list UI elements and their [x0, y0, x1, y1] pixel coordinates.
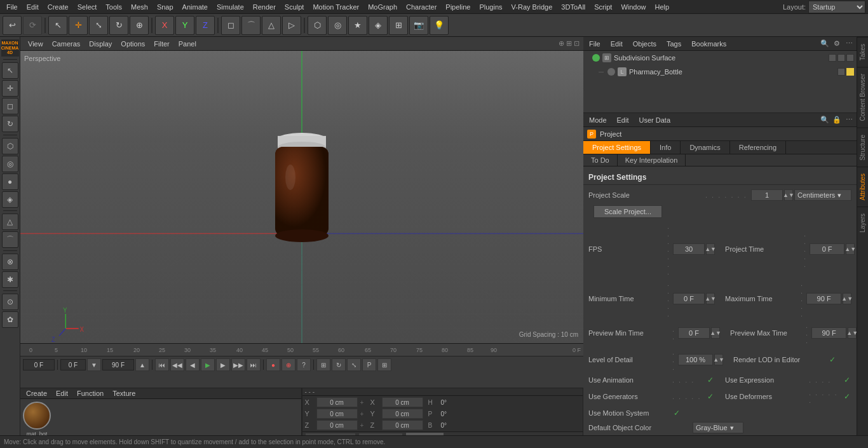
project-time-input[interactable]: [810, 243, 844, 255]
settings-content[interactable]: Project Settings Project Scale . . . . .…: [583, 166, 857, 435]
subtab-todo[interactable]: To Do: [583, 154, 618, 166]
panel-btn[interactable]: Panel: [175, 39, 200, 49]
vp-icon-1[interactable]: ⊕: [559, 39, 564, 48]
menu-character[interactable]: Character: [402, 2, 440, 12]
viewport-persp-btn[interactable]: ⬡: [308, 16, 327, 35]
menu-file[interactable]: File: [3, 2, 22, 12]
next-frame-btn[interactable]: ▶: [216, 358, 230, 371]
display-btn[interactable]: Display: [85, 39, 116, 49]
preview-min-input[interactable]: [678, 327, 710, 339]
tool-1[interactable]: ↖: [2, 62, 18, 79]
lod-spin[interactable]: ▲▼: [714, 354, 723, 365]
obj-vis-3[interactable]: [846, 54, 854, 62]
menu-create[interactable]: Create: [44, 2, 72, 12]
obj-vis-1[interactable]: [829, 54, 836, 62]
scale-tool[interactable]: ⤡: [89, 16, 108, 35]
menu-render[interactable]: Render: [249, 2, 280, 12]
tab-layers[interactable]: Layers: [857, 207, 868, 239]
options-btn[interactable]: Options: [117, 39, 149, 49]
mat-edit-btn[interactable]: Edit: [53, 388, 71, 398]
goto-start-btn[interactable]: ⏮: [155, 358, 169, 371]
tab-referencing[interactable]: Referencing: [730, 141, 786, 154]
obj-more-icon[interactable]: ⋯: [844, 39, 854, 49]
use-animation-checkbox[interactable]: ✓: [706, 376, 715, 384]
x-rot-input[interactable]: [382, 397, 423, 407]
project-scale-input[interactable]: [751, 189, 783, 201]
fps-spin[interactable]: ▲▼: [706, 243, 715, 255]
material-item-mat-bot[interactable]: mat_bot: [23, 402, 51, 435]
obj-edit-btn[interactable]: Edit: [607, 39, 626, 49]
unit-dropdown[interactable]: Centimeters ▾: [794, 189, 851, 201]
z-pos-input[interactable]: [316, 420, 358, 430]
timeline-options-btn[interactable]: ⊞: [377, 358, 391, 371]
tool-12[interactable]: ✱: [2, 271, 18, 288]
mode-btn[interactable]: Mode: [586, 115, 610, 125]
tab-info[interactable]: Info: [651, 141, 681, 154]
attr-lock-icon[interactable]: 🔒: [832, 115, 842, 125]
move-tool[interactable]: ✛: [69, 16, 88, 35]
z-rot-input[interactable]: [382, 420, 423, 430]
rotate-tool[interactable]: ↻: [109, 16, 128, 35]
y-rot-input[interactable]: [382, 409, 423, 419]
y-axis-btn[interactable]: Y: [175, 16, 194, 35]
menu-animate[interactable]: Animate: [179, 2, 212, 12]
tool-11[interactable]: ⊗: [2, 254, 18, 270]
tool-3[interactable]: ◻: [2, 98, 18, 114]
viewport-render-btn[interactable]: 📷: [409, 16, 428, 35]
play-btn[interactable]: ▶: [201, 358, 215, 371]
tab-content-browser[interactable]: Content Browser: [857, 67, 868, 127]
timeline-ruler[interactable]: 0 5 10 15 20 25 30 35 40 45 50 55 60 65 …: [20, 344, 583, 356]
obj-settings-icon[interactable]: ⚙: [832, 39, 842, 49]
use-generators-checkbox[interactable]: ✓: [706, 392, 715, 401]
menu-vray[interactable]: V-Ray Bridge: [508, 2, 557, 12]
spin-up-end[interactable]: ▲: [135, 358, 149, 371]
project-scale-spin[interactable]: ▲▼: [784, 189, 793, 201]
goto-end-btn[interactable]: ⏭: [247, 358, 261, 371]
menu-snap[interactable]: Snap: [153, 2, 177, 12]
vp-icon-2[interactable]: ⊞: [566, 39, 572, 48]
current-time-field[interactable]: [23, 359, 55, 370]
menu-mesh[interactable]: Mesh: [127, 2, 152, 12]
viewport-cam-btn[interactable]: ◎: [328, 16, 347, 35]
min-time-input[interactable]: [673, 293, 705, 304]
x-pos-input[interactable]: [316, 397, 358, 407]
menu-edit[interactable]: Edit: [23, 2, 43, 12]
viewport-light-btn[interactable]: ★: [348, 16, 367, 35]
undo-button[interactable]: ↩: [3, 16, 22, 35]
obj-bookmarks-btn[interactable]: Bookmarks: [688, 39, 729, 49]
subtab-key-interpolation[interactable]: Key Interpolation: [618, 154, 686, 166]
z-axis-btn[interactable]: Z: [196, 16, 215, 35]
key-mode-btn[interactable]: ⊞: [316, 358, 330, 371]
view-btn[interactable]: View: [24, 39, 47, 49]
x-axis-btn[interactable]: X: [155, 16, 174, 35]
prev-frame-btn[interactable]: ◀: [186, 358, 200, 371]
obj-file-btn[interactable]: File: [586, 39, 604, 49]
spin-down-start[interactable]: ▼: [87, 358, 101, 371]
use-deformers-checkbox[interactable]: ✓: [843, 392, 851, 401]
preview-max-input[interactable]: [811, 327, 846, 339]
viewport-3d[interactable]: X Y Z: [20, 51, 583, 343]
menu-motion-tracker[interactable]: Motion Tracker: [309, 2, 363, 12]
tool-9[interactable]: △: [2, 214, 18, 230]
user-data-btn[interactable]: User Data: [636, 115, 674, 125]
key-rot-btn[interactable]: ↻: [332, 358, 346, 371]
vp-icon-3[interactable]: ⊡: [574, 39, 580, 48]
use-expression-checkbox[interactable]: ✓: [843, 376, 851, 384]
tab-project-settings[interactable]: Project Settings: [583, 141, 651, 154]
tab-structure[interactable]: Structure: [857, 128, 868, 167]
anim-btn[interactable]: ▷: [282, 16, 301, 35]
min-time-spin[interactable]: ▲▼: [706, 293, 715, 304]
light-btn[interactable]: 💡: [430, 16, 449, 35]
next-key-btn[interactable]: ▶▶: [231, 358, 245, 371]
attr-more-icon[interactable]: ⋯: [844, 115, 854, 125]
menu-simulate[interactable]: Simulate: [213, 2, 248, 12]
filter-btn[interactable]: Filter: [150, 39, 173, 49]
lod-input[interactable]: [678, 354, 713, 365]
menu-help[interactable]: Help: [651, 2, 674, 12]
key-pos-btn[interactable]: P: [362, 358, 376, 371]
poly-mode-btn[interactable]: △: [262, 16, 281, 35]
select-tool[interactable]: ↖: [48, 16, 67, 35]
tab-attributes[interactable]: Attributes: [857, 166, 868, 207]
preview-max-spin[interactable]: ▲▼: [848, 327, 857, 339]
obj-objects-btn[interactable]: Objects: [630, 39, 660, 49]
